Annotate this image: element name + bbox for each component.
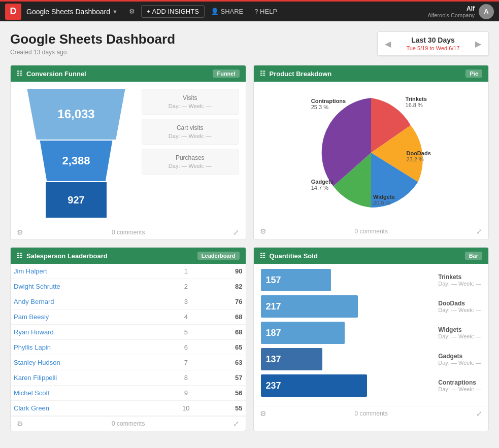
bar-row: 217 [261, 295, 428, 318]
table-row: Karen Filippelli 8 57 [11, 370, 246, 386]
leaderboard-name: Karen Filippelli [11, 370, 166, 386]
bar-row: 137 [261, 348, 428, 370]
topnav: D Google Sheets Dashboard ▼ ⚙ + ADD INSI… [0, 0, 499, 21]
bar-value: 217 [261, 301, 286, 312]
bar-label-sub: Day: — Week: — [438, 386, 481, 392]
funnel-comments: 0 comments [112, 229, 145, 236]
funnel-mid-segment: 2,388 [33, 141, 119, 181]
funnel-top-segment: 16,033 [18, 89, 135, 140]
leaderboard-widget: ☷ Salesperson Leaderboard Leaderboard Ji… [10, 247, 246, 431]
bar-label-sub: Day: — Week: — [438, 333, 481, 339]
pie-badge: Pie [465, 70, 482, 78]
table-row: Phyllis Lapin 6 65 [11, 340, 246, 355]
add-insights-button[interactable]: + ADD INSIGHTS [141, 5, 205, 18]
product-breakdown-body: Trinkets 16.8 % DooDads 23.2 % Widgets 2… [254, 82, 489, 224]
leaderboard-comments: 0 comments [112, 420, 145, 427]
bar-label-name: Widgets [438, 326, 462, 333]
resize-icon[interactable]: ⤢ [233, 228, 239, 236]
bar-label-row: Trinkets Day: — Week: — [435, 269, 481, 291]
table-row: Michel Scott 9 56 [11, 386, 246, 401]
bar-value: 187 [261, 328, 286, 338]
leaderboard-name: Michel Scott [11, 386, 166, 401]
resize-icon2[interactable]: ⤢ [476, 227, 482, 235]
leaderboard-rank: 6 [166, 340, 206, 355]
bar-label-row: DooDads Day: — Week: — [435, 295, 481, 318]
conversion-funnel-footer: ⚙ 0 comments ⤢ [11, 225, 246, 239]
funnel-stat-cart-name: Cart visits [149, 124, 231, 131]
user-company: Alferoo's Company [427, 12, 475, 18]
quantities-sold-widget: ☷ Quantities Sold Bar 157 217 187 137 [253, 247, 489, 431]
bar-bg: 217 [261, 295, 358, 318]
bar-label-name: Trinkets [438, 273, 461, 281]
settings-icon2[interactable]: ⚙ [260, 227, 267, 235]
date-range-label: Last 30 Days [396, 36, 470, 44]
settings-icon[interactable]: ⚙ [17, 228, 23, 236]
leaderboard-rank: 1 [166, 264, 206, 279]
date-range-info: Last 30 Days Tue 5/19 to Wed 6/17 [396, 36, 470, 51]
bar-label-sub: Day: — Week: — [438, 360, 481, 366]
leaderboard-name: Stanley Hudson [11, 355, 166, 370]
title-chevron-icon[interactable]: ▼ [112, 9, 118, 15]
funnel-stat-cart: Cart visits Day: — Week: — [142, 119, 239, 145]
bar-labels-area: Trinkets Day: — Week: — DooDads Day: — W… [435, 269, 481, 397]
grid-icon3: ☷ [17, 252, 22, 259]
product-breakdown-footer: ⚙ 0 comments ⤢ [254, 224, 489, 238]
table-row: Jim Halpert 1 90 [11, 264, 246, 279]
quantities-sold-body: 157 217 187 137 237 Trinkets Day: — Week… [254, 264, 489, 406]
leaderboard-score: 65 [206, 340, 245, 355]
resize-icon3[interactable]: ⤢ [233, 420, 239, 428]
funnel-stat-purchases: Purchases Day: — Week: — [142, 149, 239, 175]
bar-bg: 187 [261, 322, 345, 344]
leaderboard-score: 63 [206, 355, 245, 370]
leaderboard-footer: ⚙ 0 comments ⤢ [11, 416, 246, 431]
product-breakdown-title: ☷ Product Breakdown [260, 70, 332, 78]
settings-icon3[interactable]: ⚙ [17, 420, 23, 428]
conversion-funnel-body: 16,033 2,388 927 Visits [11, 82, 246, 225]
resize-icon4[interactable]: ⤢ [476, 409, 482, 418]
table-row: Stanley Hudson 7 63 [11, 355, 246, 370]
bar-chart-container: 157 217 187 137 237 Trinkets Day: — Week… [261, 269, 482, 397]
leaderboard-name: Jim Halpert [11, 264, 166, 279]
leaderboard-title: ☷ Salesperson Leaderboard [17, 252, 108, 260]
table-row: Ryan Howard 5 68 [11, 325, 246, 340]
leaderboard-rank: 7 [166, 355, 206, 370]
bar-bg: 157 [261, 269, 331, 291]
share-button[interactable]: 👤 SHARE [206, 6, 248, 17]
leaderboard-name: Ryan Howard [11, 325, 166, 340]
bar-row: 157 [261, 269, 428, 291]
leaderboard-score: 68 [206, 325, 245, 340]
funnel-stat-visits-values: Day: — Week: — [149, 103, 231, 109]
leaderboard-name: Phyllis Lapin [11, 340, 166, 355]
date-next-arrow[interactable]: ▶ [475, 39, 481, 49]
page-title: Google Sheets Dashboard [10, 31, 175, 47]
dashboard-title: Google Sheets Dashboard [26, 8, 110, 16]
bars-area: 157 217 187 137 237 [261, 269, 428, 397]
gear-button[interactable]: ⚙ [124, 6, 140, 17]
user-menu[interactable]: Alf Alferoo's Company A [427, 4, 494, 19]
bar-row: 187 [261, 322, 428, 344]
grid-icon: ☷ [17, 70, 22, 77]
bar-label-sub: Day: — Week: — [438, 281, 481, 287]
funnel-stat-visits: Visits Day: — Week: — [142, 89, 239, 115]
pie-chart-svg [310, 92, 432, 214]
leaderboard-rank: 2 [166, 279, 206, 294]
help-button[interactable]: ? HELP [249, 6, 282, 17]
leaderboard-rank: 3 [166, 294, 206, 309]
leaderboard-rank: 9 [166, 386, 206, 401]
bar-label-name: Gadgets [438, 353, 462, 360]
quantities-sold-footer: ⚙ 0 comments ⤢ [254, 406, 489, 421]
settings-icon4[interactable]: ⚙ [260, 409, 267, 418]
table-row: Clark Green 10 55 [11, 401, 246, 416]
bar-bg: 137 [261, 348, 322, 370]
bar-value: 237 [261, 381, 286, 391]
conversion-funnel-widget: ☷ Conversion Funnel Funnel 16,033 2,388 [10, 65, 246, 240]
date-prev-arrow[interactable]: ◀ [385, 39, 391, 49]
date-range-picker[interactable]: ◀ Last 30 Days Tue 5/19 to Wed 6/17 ▶ [377, 31, 489, 56]
conversion-funnel-header: ☷ Conversion Funnel Funnel [11, 65, 246, 82]
funnel-stat-purchases-values: Day: — Week: — [149, 163, 231, 169]
leaderboard-rank: 4 [166, 309, 206, 325]
bar-bg: 237 [261, 374, 367, 397]
table-row: Dwight Schrutte 2 82 [11, 279, 246, 294]
leaderboard-score: 82 [206, 279, 245, 294]
quantities-sold-header: ☷ Quantities Sold Bar [254, 248, 489, 264]
